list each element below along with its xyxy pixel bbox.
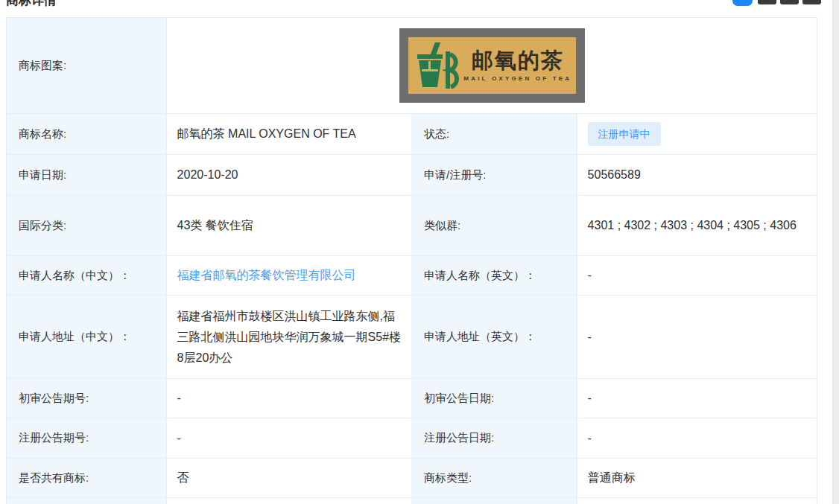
trademark-logo: 邮氧的茶 MAIL OXYGEN OF TEA bbox=[399, 28, 585, 103]
table-row-partial bbox=[7, 498, 817, 504]
similar-group-value: 4301 ; 4302 ; 4303 ; 4304 ; 4305 ; 4306 bbox=[577, 196, 817, 255]
table-row: 申请人名称（中文）： 福建省邮氧的茶餐饮管理有限公司 申请人名称（英文）： - bbox=[7, 256, 817, 296]
trademark-type-value: 普通商标 bbox=[577, 459, 817, 497]
is-shared-value: 否 bbox=[167, 459, 412, 497]
reg-announce-date-value: - bbox=[577, 418, 817, 458]
applicant-addr-en-value: - bbox=[577, 296, 817, 378]
table-row: 初审公告期号: - 初审公告日期: - bbox=[7, 379, 817, 418]
dark-tool-icon-3[interactable] bbox=[802, 0, 821, 4]
first-trial-date-value: - bbox=[577, 379, 817, 418]
table-row: 商标名称: 邮氧的茶 MAIL OXYGEN OF TEA 状态: 注册申请中 bbox=[7, 114, 817, 155]
logo-cn-text: 邮氧的茶 bbox=[472, 49, 564, 73]
field-label-status: 状态: bbox=[412, 114, 577, 154]
first-trial-no-value: - bbox=[167, 379, 412, 418]
field-label-trademark-image: 商标图案: bbox=[7, 18, 167, 113]
field-label-reg-number: 申请/注册号: bbox=[412, 155, 577, 195]
table-row: 商标图案: bbox=[7, 18, 817, 114]
field-label-applicant-addr-en: 申请人地址（英文）： bbox=[412, 296, 577, 378]
trademark-detail-table: 商标图案: bbox=[6, 17, 817, 504]
field-label-reg-announce-no: 注册公告期号: bbox=[7, 418, 167, 458]
dark-tool-icon-1[interactable] bbox=[758, 0, 776, 4]
trademark-image-cell: 邮氧的茶 MAIL OXYGEN OF TEA bbox=[167, 18, 817, 113]
field-label-is-shared: 是否共有商标: bbox=[7, 459, 167, 497]
field-label-apply-date: 申请日期: bbox=[7, 155, 167, 195]
table-row: 是否共有商标: 否 商标类型: 普通商标 bbox=[7, 459, 817, 498]
table-row: 申请人地址（中文）： 福建省福州市鼓楼区洪山镇工业路东侧,福三路北侧洪山园地块华… bbox=[7, 296, 817, 379]
trademark-name-value: 邮氧的茶 MAIL OXYGEN OF TEA bbox=[167, 114, 412, 154]
field-label-first-trial-date: 初审公告日期: bbox=[412, 379, 577, 418]
intl-class-value: 43类 餐饮住宿 bbox=[167, 196, 412, 255]
blue-app-icon[interactable] bbox=[732, 0, 753, 6]
status-value-cell: 注册申请中 bbox=[577, 114, 817, 154]
field-label-applicant-addr-cn: 申请人地址（中文）： bbox=[7, 296, 167, 378]
field-label-first-trial-no: 初审公告期号: bbox=[7, 379, 167, 418]
reg-announce-no-value: - bbox=[167, 418, 412, 458]
field-label-intl-class: 国际分类: bbox=[7, 196, 167, 255]
field-label-reg-announce-date: 注册公告日期: bbox=[412, 418, 577, 458]
field-label-trademark-type: 商标类型: bbox=[412, 459, 577, 497]
tea-cup-icon bbox=[413, 42, 460, 89]
apply-date-value: 2020-10-20 bbox=[167, 155, 412, 195]
logo-en-text: MAIL OXYGEN OF TEA bbox=[463, 75, 572, 82]
page-title: 商标详情 bbox=[6, 0, 57, 9]
table-row: 申请日期: 2020-10-20 申请/注册号: 50566589 bbox=[7, 155, 817, 196]
dark-tool-icon-2[interactable] bbox=[780, 0, 799, 4]
field-label-similar-group: 类似群: bbox=[412, 196, 577, 255]
field-label-trademark-name: 商标名称: bbox=[7, 114, 167, 154]
field-label-applicant-name-cn: 申请人名称（中文）： bbox=[7, 256, 167, 295]
table-row: 注册公告期号: - 注册公告日期: - bbox=[7, 418, 817, 459]
applicant-name-en-value: - bbox=[577, 256, 817, 295]
table-row: 国际分类: 43类 餐饮住宿 类似群: 4301 ; 4302 ; 4303 ;… bbox=[7, 196, 817, 256]
reg-number-value: 50566589 bbox=[577, 155, 817, 195]
status-badge: 注册申请中 bbox=[588, 122, 661, 146]
page-edge-strip bbox=[832, 0, 839, 504]
applicant-name-cn-cell: 福建省邮氧的茶餐饮管理有限公司 bbox=[167, 256, 412, 295]
applicant-addr-cn-value: 福建省福州市鼓楼区洪山镇工业路东侧,福三路北侧洪山园地块华润万象城一期S5#楼8… bbox=[167, 296, 412, 378]
field-label-applicant-name-en: 申请人名称（英文）： bbox=[412, 256, 577, 295]
applicant-name-link[interactable]: 福建省邮氧的茶餐饮管理有限公司 bbox=[177, 268, 356, 284]
